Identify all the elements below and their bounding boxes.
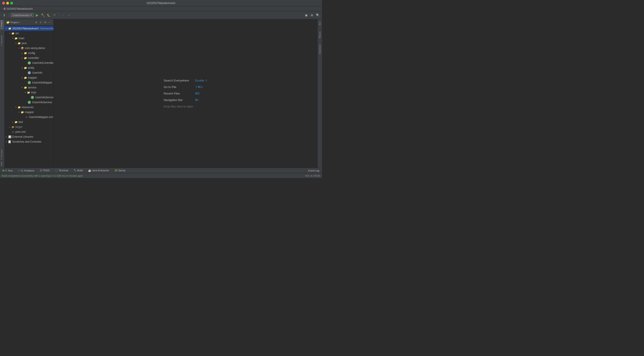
tree-label-userinfomapper-xml: UserInfoMapper.xml [29,115,53,119]
project-folder-icon: 📁 [8,27,12,30]
tree-item-controller[interactable]: 📁 controller [4,56,54,60]
tree-arrow-leaf-3 [24,81,28,84]
tree-item-java[interactable]: 📁 java [4,41,54,46]
tree-label-userinfoserviceimpl: UserInfoServiceImpl [35,96,54,99]
tree-item-test[interactable]: 📁 test [4,120,54,124]
spring-tab-label: 🌿 Spring [114,169,126,172]
tab-problems[interactable]: ⚠ 6: Problems [17,168,35,172]
sidebar-item-maven[interactable]: Maven [318,30,322,40]
tree-label-iuserinfoservice: IUserInfoService [32,101,52,104]
tab-terminal[interactable]: ⬛ Terminal [54,168,69,172]
tree-item-external-libs[interactable]: 📊 External Libraries [4,134,54,139]
class-spring-icon-2: C [31,96,34,99]
tree-arrow-leaf-5 [24,101,28,104]
git-update-button[interactable]: ↓ [61,13,66,18]
terminal-button[interactable]: ▣ [304,13,308,18]
drop-files-text: Drop files here to open [164,105,208,108]
title-bar: 20220527MybatisAutoG [0,0,322,6]
package-controller-icon: 📁 [24,56,27,60]
event-log-button[interactable]: Event Log [307,169,320,172]
tree-item-userinfomapper-xml[interactable]: 🗋 UserInfoMapper.xml [4,115,54,120]
tab-todo[interactable]: ☑ TODO [39,168,50,172]
scratches-icon: 📝 [8,140,12,143]
run-button[interactable]: ▶ [35,13,40,18]
tab-run[interactable]: ▶ 4: Run [2,168,14,172]
back-button[interactable]: ⬆ [2,13,7,18]
tree-label-mapper-pkg: mapper [28,76,37,79]
tree-item-entity[interactable]: 📁 entity [4,65,54,70]
tree-item-src[interactable]: 📁 src [4,31,54,36]
sidebar-item-structure[interactable]: 2: Structure [0,34,4,47]
traffic-lights [2,2,13,5]
tree-item-pom-xml[interactable]: m pom.xml [4,129,54,134]
tab-spring[interactable]: 🌿 Spring [114,168,126,172]
panel-action-settings[interactable]: ⚙ [43,20,47,24]
tree-arrow-target [8,125,11,128]
search-everywhere-label: Search Everywhere [164,79,193,82]
tree-item-userinfoserviceimpl[interactable]: C UserInfoServiceImpl [4,95,54,100]
bottom-right-actions: Event Log [307,169,320,172]
tree-label-iuserinfomapper: IUserInfoMapper [32,81,52,84]
tree-item-mapper-res[interactable]: 📁 mapper [4,110,54,115]
profile-button[interactable]: ⏱ [52,13,57,18]
java-enterprise-tab-label: ☕ Java Enterprise [88,169,109,172]
tree-arrow-mapper-res [18,111,20,114]
tree-item-mapper-pkg[interactable]: 📁 mapper [4,75,54,80]
tree-item-main[interactable]: 📁 main [4,36,54,41]
split-button[interactable]: ⊞ [310,13,314,18]
git-commit-button[interactable]: ✓ [67,13,72,18]
cursor-position: 555 of 1981M [305,174,320,177]
tree-item-config[interactable]: 📁 config [4,51,54,56]
tree-item-package-root[interactable]: 📦 com.venny.demo [4,46,54,51]
package-service-icon: 📁 [24,86,27,89]
panel-action-sort[interactable]: ≑ [39,20,43,24]
tree-item-userinfo[interactable]: C UserInfo [4,70,54,75]
tree-arrow-scratches [5,140,8,143]
tree-item-root[interactable]: 📁 20220527MybatisAutoG /Volumes/Samsung_… [4,26,54,31]
maximize-button[interactable] [10,2,13,5]
build-button[interactable]: 🔨 [40,13,46,18]
tree-label-userinfo: UserInfo [32,71,42,74]
tree-arrow-leaf-4 [28,96,31,99]
sidebar-item-favorites[interactable]: 2: Favorites [0,148,4,161]
tab-java-enterprise[interactable]: ☕ Java Enterprise [87,168,110,172]
search-everywhere-button[interactable]: 🔍 [315,13,320,18]
sidebar-item-ant[interactable]: Ant [318,20,322,27]
package-icon: 📦 [20,46,24,50]
tree-arrow-impl [24,91,27,94]
sidebar-item-project[interactable]: 1: Project [0,19,4,30]
sidebar-item-database[interactable]: Database [318,43,322,56]
sidebar-item-web[interactable]: Web [0,161,4,167]
tree-arrow-entity [20,66,24,69]
panel-action-globe[interactable]: ⊕ [34,20,38,24]
project-panel: 📁 Project ▾ ⊕ ≑ ⚙ — 📁 20220527MybatisAut… [4,19,54,168]
tree-item-impl[interactable]: 📁 impl [4,90,54,95]
menu-item-label: 🖥 20220527MybatisAutoG [2,7,34,10]
code-generator-button[interactable]: CodeGenerator ▾ [10,13,34,17]
close-button[interactable] [2,2,5,5]
tree-label-service: service [28,86,36,89]
tree-item-target[interactable]: 📁 target [4,124,54,129]
tree-label-external-libs: External Libraries [12,135,33,138]
tree-item-service[interactable]: 📁 service [4,85,54,90]
tree-arrow-src [8,32,11,35]
run-tab-label: Run [8,169,13,172]
maven-icon-1: m [11,130,15,134]
tree-label-resources: resources [22,106,34,109]
tree-item-iuserinfoservice[interactable]: I IUserInfoService [4,100,54,105]
tree-item-userinfocontroller[interactable]: C UserInfoController [4,60,54,65]
tab-build[interactable]: 🔨 Build [73,168,84,172]
problems-tab-num: ⚠ [18,169,20,172]
tree-item-resources[interactable]: 📁 resources [4,105,54,110]
folder-java-icon: 📁 [18,41,21,45]
minimize-button[interactable] [6,2,9,5]
tree-item-iuserinfomapper[interactable]: I IUserInfoMapper [4,80,54,85]
goto-file-shortcut: ⇧⌘O [195,85,202,89]
tree-arrow-config [20,52,24,55]
tree-arrow-root [5,27,8,30]
tree-label-impl: impl [31,91,36,94]
tree-item-scratches[interactable]: 📝 Drop files here to open Scratches and … [4,139,54,144]
debug-button[interactable]: 🐛 [46,13,51,18]
tree-label-userinfocontroller: UserInfoController [32,61,54,65]
panel-action-minimize[interactable]: — [48,20,52,24]
